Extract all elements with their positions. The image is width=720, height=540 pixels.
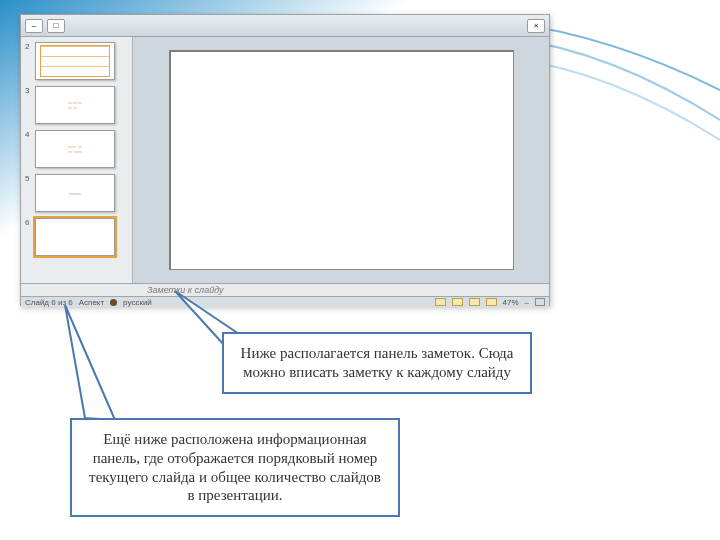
- slide-thumbnail[interactable]: ▭▭▭: [35, 174, 115, 212]
- slide-thumbnail[interactable]: ▭ ▭ ▭▭ ▭: [35, 86, 115, 124]
- slide-editor-area[interactable]: [133, 37, 549, 283]
- window-titlebar: – □ ×: [21, 15, 549, 37]
- thumb-row[interactable]: 4 ▭▭ ▭▭ ▭▭: [21, 128, 132, 172]
- minimize-button[interactable]: –: [25, 19, 43, 33]
- callout-tail: [60, 300, 150, 430]
- callout-statusbar: Ещё ниже расположена информационная пане…: [70, 418, 400, 517]
- thumb-row[interactable]: 6: [21, 216, 132, 260]
- view-normal-button[interactable]: [435, 298, 446, 306]
- thumb-row[interactable]: 2: [21, 40, 132, 84]
- callout-notes: Ниже располагается панель заметок. Сюда …: [222, 332, 532, 394]
- thumb-number: 6: [25, 218, 32, 227]
- thumbnail-panel[interactable]: 2 3 ▭ ▭ ▭▭ ▭ 4 ▭▭ ▭▭ ▭▭ 5 ▭▭▭ 6: [21, 37, 133, 283]
- view-show-button[interactable]: [469, 298, 480, 306]
- zoom-label: 47%: [503, 298, 519, 307]
- zoom-fit-button[interactable]: [535, 298, 545, 306]
- svg-marker-1: [65, 305, 115, 420]
- current-slide[interactable]: [169, 50, 514, 270]
- close-button[interactable]: ×: [527, 19, 545, 33]
- workspace: 2 3 ▭ ▭ ▭▭ ▭ 4 ▭▭ ▭▭ ▭▭ 5 ▭▭▭ 6: [21, 37, 549, 283]
- slide-thumbnail[interactable]: [35, 42, 115, 80]
- powerpoint-window: – □ × 2 3 ▭ ▭ ▭▭ ▭ 4 ▭▭ ▭▭ ▭▭ 5 ▭▭▭ 6: [20, 14, 550, 306]
- maximize-button[interactable]: □: [47, 19, 65, 33]
- slide-thumbnail[interactable]: [35, 218, 115, 256]
- thumb-row[interactable]: 5 ▭▭▭: [21, 172, 132, 216]
- view-reading-button[interactable]: [486, 298, 497, 306]
- thumb-number: 5: [25, 174, 32, 183]
- zoom-out-button[interactable]: –: [525, 298, 529, 307]
- thumb-number: 3: [25, 86, 32, 95]
- thumb-row[interactable]: 3 ▭ ▭ ▭▭ ▭: [21, 84, 132, 128]
- slide-thumbnail[interactable]: ▭▭ ▭▭ ▭▭: [35, 130, 115, 168]
- thumb-number: 2: [25, 42, 32, 51]
- view-sorter-button[interactable]: [452, 298, 463, 306]
- thumb-number: 4: [25, 130, 32, 139]
